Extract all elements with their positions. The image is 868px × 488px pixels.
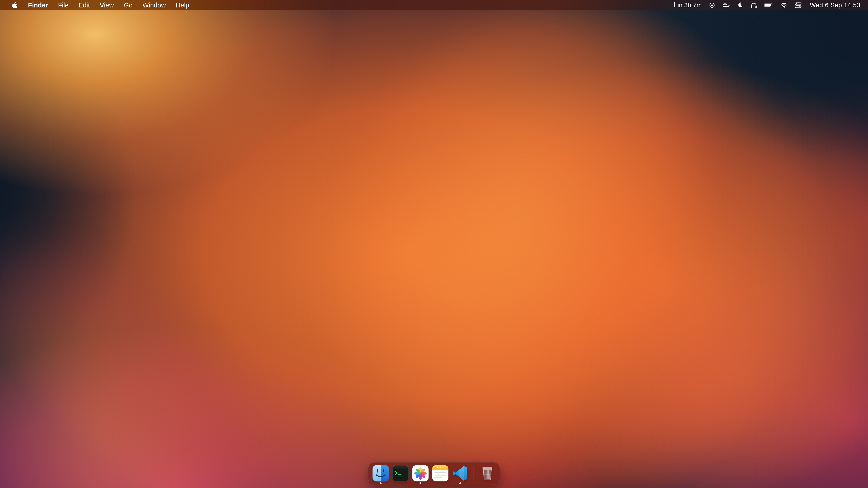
app-menu-title[interactable]: Finder (23, 0, 53, 10)
dock-item-vscode[interactable] (452, 465, 469, 482)
headphones-icon[interactable] (750, 2, 757, 8)
vscode-icon (452, 465, 469, 482)
menu-bar-left: Finder File Edit View Go Window Help (9, 0, 194, 10)
finder-icon (372, 465, 389, 482)
terminal-icon (392, 465, 409, 482)
menu-file[interactable]: File (53, 0, 74, 10)
menu-bar-status-area: in 3h 7m (673, 0, 860, 10)
menu-bar-clock[interactable]: Wed 6 Sep 14:53 (810, 2, 860, 9)
trash-icon (479, 465, 496, 482)
menu-bar: Finder File Edit View Go Window Help in … (0, 0, 868, 10)
dock-separator (473, 466, 474, 480)
running-indicator (420, 482, 421, 484)
desktop-wallpaper (0, 0, 868, 488)
record-circle-icon[interactable] (709, 2, 715, 8)
wifi-icon[interactable] (780, 2, 788, 8)
moon-icon[interactable] (737, 2, 743, 8)
timer-status-item[interactable]: in 3h 7m (673, 1, 702, 9)
dock-item-notes[interactable] (432, 465, 449, 482)
docker-whale-icon[interactable] (722, 2, 730, 8)
photos-icon (412, 465, 429, 482)
control-center-icon[interactable] (795, 2, 802, 8)
timer-bar-icon (673, 1, 675, 9)
apple-logo-icon (11, 1, 18, 9)
menu-go[interactable]: Go (119, 0, 138, 10)
notes-icon (432, 465, 449, 482)
dock-item-photos[interactable] (412, 465, 429, 482)
menu-edit[interactable]: Edit (73, 0, 95, 10)
dock (368, 462, 500, 485)
running-indicator (459, 482, 461, 484)
menu-help[interactable]: Help (171, 0, 194, 10)
timer-status-label: in 3h 7m (677, 2, 702, 9)
running-indicator (380, 482, 381, 484)
dock-item-terminal[interactable] (392, 465, 409, 482)
battery-icon[interactable] (764, 3, 774, 7)
menu-window[interactable]: Window (137, 0, 170, 10)
menu-view[interactable]: View (95, 0, 119, 10)
apple-menu[interactable] (9, 0, 23, 10)
dock-item-trash[interactable] (479, 465, 496, 482)
dock-item-finder[interactable] (372, 465, 389, 482)
